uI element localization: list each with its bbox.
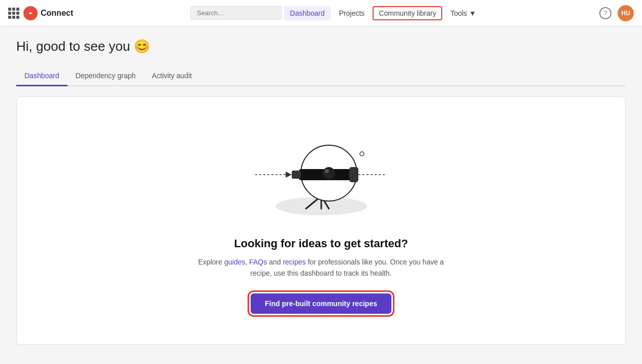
svg-point-14 — [325, 169, 329, 173]
svg-marker-9 — [286, 172, 292, 178]
tabs-bar: Dashboard Dependency graph Activity audi… — [16, 67, 626, 86]
brand-logo[interactable]: Connect — [23, 6, 73, 20]
tab-dashboard[interactable]: Dashboard — [16, 67, 68, 86]
page-greeting: Hi, good to see you 😊 — [16, 39, 626, 54]
svg-point-12 — [360, 152, 364, 156]
tab-activity-audit[interactable]: Activity audit — [144, 67, 200, 86]
navbar: Connect Dashboard Projects Community lib… — [0, 0, 642, 26]
guides-link[interactable]: guides — [224, 258, 245, 266]
grid-menu-icon[interactable] — [8, 8, 19, 19]
recipes-link[interactable]: recipes — [283, 258, 305, 266]
navbar-left: Connect — [8, 6, 73, 20]
faqs-link[interactable]: FAQs — [249, 258, 267, 266]
nav-link-projects[interactable]: Projects — [333, 6, 371, 20]
svg-point-13 — [323, 167, 335, 179]
main-content: Hi, good to see you 😊 Dashboard Dependen… — [0, 26, 642, 357]
tab-dependency-graph[interactable]: Dependency graph — [68, 67, 144, 86]
telescope-illustration — [250, 127, 392, 221]
find-recipes-button[interactable]: Find pre-built community recipes — [251, 293, 391, 314]
nav-link-community-library[interactable]: Community library — [373, 6, 442, 20]
greeting-emoji: 😊 — [134, 39, 150, 54]
nav-link-dashboard[interactable]: Dashboard — [284, 6, 331, 20]
card-description: Explore guides, FAQs and recipes for pro… — [194, 256, 448, 279]
navbar-right: ? HU — [599, 5, 634, 21]
empty-state-card: Looking for ideas to get started? Explor… — [16, 96, 626, 345]
chevron-down-icon: ▼ — [469, 9, 476, 17]
brand-name: Connect — [41, 9, 73, 18]
navbar-center: Dashboard Projects Community library Too… — [81, 6, 591, 20]
nav-link-tools[interactable]: Tools ▼ — [444, 6, 482, 20]
svg-rect-7 — [349, 167, 358, 182]
avatar[interactable]: HU — [618, 5, 634, 21]
brand-icon — [23, 6, 38, 20]
search-input[interactable] — [190, 6, 282, 20]
help-icon[interactable]: ? — [599, 7, 612, 19]
svg-rect-8 — [292, 171, 301, 179]
card-title: Looking for ideas to get started? — [234, 237, 408, 250]
